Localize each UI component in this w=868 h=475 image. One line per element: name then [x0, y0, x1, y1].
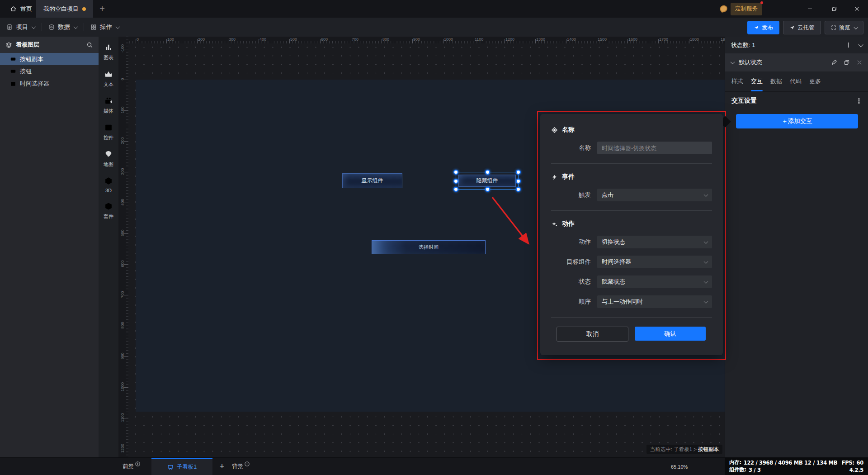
close-icon [854, 6, 860, 12]
toolbar-category-3[interactable]: 控件 [99, 123, 118, 141]
toolbar-category-1[interactable]: 文本 [99, 70, 118, 88]
sparkle-icon [551, 221, 558, 228]
layer-item-2[interactable]: 时间选择器 [0, 77, 99, 90]
delete-state-icon[interactable] [856, 59, 863, 66]
canvas-show-button[interactable]: 显示组件 [342, 173, 402, 188]
memory-label: 内存: [729, 459, 741, 466]
resize-handle[interactable] [453, 187, 458, 192]
more-menu-icon[interactable] [856, 98, 862, 104]
add-background-icon[interactable] [244, 461, 250, 467]
name-field-label: 名称 [551, 144, 591, 152]
unsaved-dot [82, 7, 86, 11]
ruler-label: 1200 [120, 442, 125, 455]
ruler-label: 600 [120, 257, 125, 270]
add-interaction-button[interactable]: ＋添加交互 [736, 114, 858, 128]
resize-handle[interactable] [516, 187, 521, 192]
copy-icon[interactable] [844, 59, 850, 66]
add-board-button[interactable]: + [216, 458, 228, 475]
chevron-down-icon [704, 259, 708, 264]
zoom-level[interactable]: 65.10% [671, 458, 688, 475]
tab-样式[interactable]: 样式 [731, 71, 743, 91]
collapse-chevron-icon[interactable] [731, 60, 735, 64]
add-state-icon[interactable] [845, 42, 852, 48]
custom-service[interactable]: 定制服务 [719, 3, 762, 15]
state-select[interactable]: 隐藏状态 [597, 276, 712, 288]
tab-数据[interactable]: 数据 [770, 71, 782, 91]
tab-交互[interactable]: 交互 [751, 71, 763, 91]
toolbar-category-label: 地图 [104, 161, 113, 168]
ruler-label: 200 [198, 37, 205, 42]
ruler-label: 300 [229, 37, 236, 42]
publish-button[interactable]: 发布 [747, 21, 779, 34]
ruler-label: 0 [137, 37, 139, 42]
horizontal-ruler: 0100200300400500600700800900100011001200… [118, 37, 725, 43]
canvas-time-picker-button[interactable]: 选择时间 [372, 240, 486, 254]
confirm-button[interactable]: 确认 [635, 327, 706, 341]
toolbar-category-2[interactable]: 媒体 [99, 96, 118, 114]
designer-app: 首页 我的空白项目 + 定制服务 项目 数据 [0, 0, 868, 475]
ruler-label: 1700 [659, 37, 668, 42]
resize-handle[interactable] [485, 170, 490, 175]
cloud-hosting-button[interactable]: 云托管 [783, 21, 821, 34]
resize-handle[interactable] [485, 187, 490, 192]
cancel-button[interactable]: 取消 [557, 327, 628, 342]
tab-代码[interactable]: 代码 [790, 71, 802, 91]
layer-item-0[interactable]: 按钮副本 [0, 53, 99, 65]
selection-box[interactable]: 隐藏组件 [456, 172, 519, 190]
action-select[interactable]: 切换状态 [597, 236, 712, 248]
ruler-label: 1300 [536, 37, 545, 42]
button-icon [10, 68, 16, 75]
resize-handle[interactable] [516, 170, 521, 175]
components-label: 组件数: [729, 466, 746, 473]
layer-list: 按钮副本按钮时间选择器 [0, 53, 99, 90]
calendar-icon [10, 81, 16, 87]
name-input[interactable] [597, 142, 712, 154]
ruler-label: 800 [382, 37, 389, 42]
db-icon [48, 24, 55, 30]
add-foreground-icon[interactable] [135, 461, 141, 467]
memory-value: 122 / 3968 / 4096 MB 12 / 134 MB [744, 460, 837, 466]
component-toolbar: 图表文本媒体控件地图3D套件 [99, 37, 119, 464]
background-layer-button[interactable]: 背景 [232, 458, 250, 475]
ruler-label: 200 [120, 134, 125, 147]
resize-handle[interactable] [453, 170, 458, 175]
menu-data[interactable]: 数据 [42, 18, 84, 37]
default-state-row[interactable]: 默认状态 [725, 53, 868, 71]
trigger-select[interactable]: 点击 [597, 189, 712, 201]
layer-item-label: 按钮 [20, 67, 32, 76]
menu-operations[interactable]: 操作 [84, 18, 126, 37]
toolbar-category-0[interactable]: 图表 [99, 43, 118, 61]
canvas-hide-button[interactable]: 隐藏组件 [458, 175, 516, 187]
tab-project[interactable]: 我的空白项目 [36, 0, 93, 18]
ruler-label: 1100 [475, 37, 483, 42]
search-icon[interactable] [86, 42, 93, 48]
menu-bar: 项目 数据 操作 发布 云托管 预览 [0, 18, 868, 37]
board-tab[interactable]: 子看板1 [151, 458, 212, 475]
chevron-down-icon[interactable] [858, 42, 863, 47]
tab-更多[interactable]: 更多 [809, 71, 821, 91]
preview-button[interactable]: 预览 [825, 21, 864, 34]
toolbar-category-4[interactable]: 地图 [99, 150, 118, 168]
ruler-label: 900 [120, 350, 125, 362]
foreground-layer-button[interactable]: 前景 [123, 458, 141, 475]
chevron-down-icon [116, 24, 120, 29]
resize-handle[interactable] [516, 179, 521, 184]
ruler-label: 1500 [598, 37, 607, 42]
layers-panel-header: 看板图层 [0, 37, 99, 53]
dialog-section-name: 名称 [551, 126, 712, 134]
divider [551, 163, 712, 164]
close-button[interactable] [846, 0, 867, 18]
toolbar-category-6[interactable]: 套件 [99, 202, 118, 220]
chevron-down-icon [854, 25, 858, 29]
resize-handle[interactable] [453, 179, 458, 184]
toolbar-category-5[interactable]: 3D [99, 176, 118, 193]
menu-project[interactable]: 项目 [0, 18, 42, 37]
minimize-button[interactable] [799, 0, 820, 18]
new-tab-button[interactable]: + [93, 0, 111, 18]
maximize-button[interactable] [824, 0, 844, 18]
order-select[interactable]: 与上一动作同时 [597, 295, 712, 308]
toolbar-category-label: 套件 [104, 213, 113, 220]
layer-item-1[interactable]: 按钮 [0, 65, 99, 77]
target-component-select[interactable]: 时间选择器 [597, 256, 712, 268]
edit-icon[interactable] [831, 59, 837, 66]
